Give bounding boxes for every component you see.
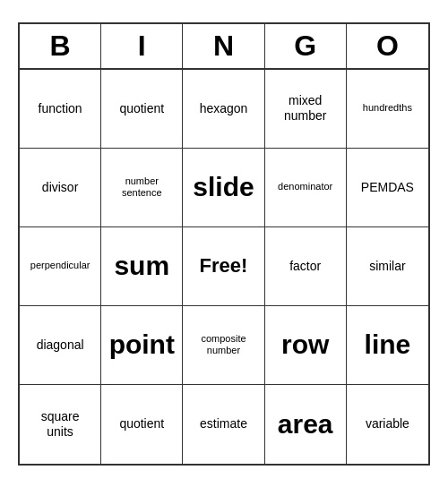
- bingo-cell-text: slide: [193, 171, 254, 203]
- bingo-cell-text: similar: [369, 259, 405, 274]
- bingo-cell-text: sum: [114, 250, 169, 282]
- bingo-cell-text: estimate: [200, 416, 247, 431]
- bingo-cell: diagonal: [20, 306, 101, 385]
- bingo-cell: hexagon: [183, 70, 264, 149]
- bingo-cell-text: denominator: [278, 181, 332, 192]
- bingo-cell-text: point: [109, 329, 175, 361]
- bingo-cell-text: function: [39, 101, 82, 116]
- bingo-cell-text: Free!: [200, 254, 248, 278]
- bingo-header-letter: O: [347, 24, 428, 68]
- bingo-cell: slide: [183, 149, 264, 227]
- bingo-cell: row: [265, 306, 347, 385]
- bingo-cell-text: hundredths: [363, 102, 412, 114]
- bingo-cell: denominator: [265, 149, 347, 227]
- bingo-grid: functionquotienthexagonmixednumberhundre…: [20, 70, 428, 464]
- bingo-cell: similar: [347, 227, 428, 306]
- bingo-cell: perpendicular: [20, 227, 101, 306]
- bingo-cell: sum: [101, 227, 183, 306]
- bingo-cell-text: compositenumber: [201, 333, 246, 356]
- bingo-cell: compositenumber: [183, 306, 264, 385]
- bingo-cell: divisor: [20, 149, 101, 227]
- bingo-cell-text: mixednumber: [284, 93, 326, 124]
- bingo-cell: hundredths: [347, 70, 428, 149]
- bingo-cell: factor: [265, 227, 347, 306]
- bingo-header-letter: G: [265, 24, 347, 68]
- bingo-card: BINGO functionquotienthexagonmixednumber…: [18, 22, 430, 466]
- bingo-cell-text: quotient: [119, 101, 164, 116]
- bingo-cell: squareunits: [20, 385, 101, 464]
- bingo-header-letter: I: [101, 24, 183, 68]
- bingo-cell-text: factor: [289, 259, 321, 274]
- bingo-cell: function: [20, 70, 101, 149]
- bingo-cell: point: [101, 306, 183, 385]
- bingo-header: BINGO: [20, 24, 428, 70]
- bingo-cell: PEMDAS: [347, 149, 428, 227]
- bingo-cell-text: row: [281, 329, 329, 361]
- bingo-cell-text: variable: [366, 416, 409, 431]
- bingo-cell-text: hexagon: [200, 101, 248, 116]
- bingo-cell-text: quotient: [119, 416, 164, 431]
- bingo-cell-text: perpendicular: [30, 260, 90, 271]
- bingo-cell: quotient: [101, 385, 183, 464]
- bingo-cell-text: squareunits: [41, 409, 80, 440]
- bingo-cell-text: line: [365, 329, 411, 361]
- bingo-cell-text: divisor: [42, 180, 78, 195]
- bingo-cell: Free!: [183, 227, 264, 306]
- bingo-cell-text: area: [278, 408, 333, 440]
- bingo-cell: area: [265, 385, 347, 464]
- bingo-cell-text: numbersentence: [122, 175, 162, 199]
- bingo-cell-text: diagonal: [37, 337, 84, 353]
- bingo-cell: quotient: [101, 70, 183, 149]
- bingo-cell: estimate: [183, 385, 264, 464]
- bingo-header-letter: B: [20, 24, 101, 68]
- bingo-header-letter: N: [183, 24, 264, 68]
- bingo-cell: line: [347, 306, 428, 385]
- bingo-cell: numbersentence: [101, 149, 183, 227]
- bingo-cell-text: PEMDAS: [361, 180, 414, 195]
- bingo-cell: mixednumber: [265, 70, 347, 149]
- bingo-cell: variable: [347, 385, 428, 464]
